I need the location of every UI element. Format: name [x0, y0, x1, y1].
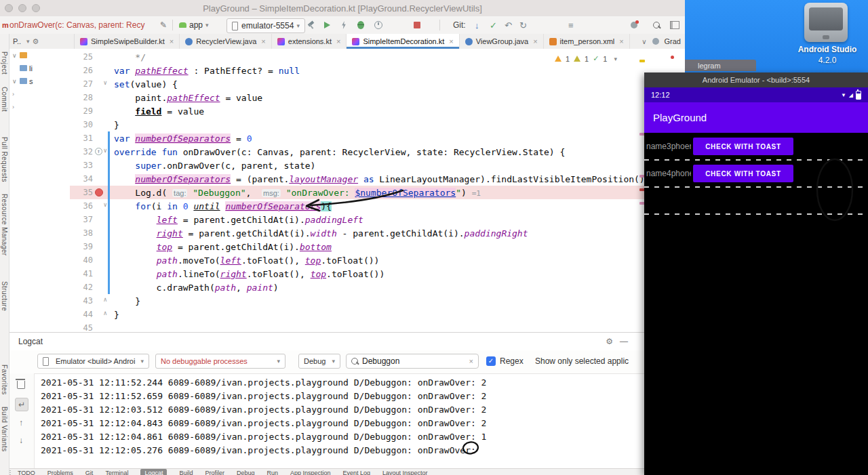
statusbar-item-todo[interactable]: TODO [18, 470, 35, 475]
fold-icon[interactable]: ∨ [104, 147, 107, 154]
line-number[interactable]: 27 [70, 79, 93, 89]
build-button[interactable] [307, 16, 315, 34]
tree-chevron-icon[interactable]: ∨ [12, 52, 18, 59]
gutter-icons[interactable] [93, 159, 108, 172]
toast-button[interactable]: CHECK WITH TOAST [693, 165, 793, 182]
gutter-icons[interactable] [93, 267, 108, 281]
logcat-device-selector[interactable]: Emulator <build> Androi ▾ [37, 354, 149, 369]
logcat-search-input[interactable]: Debuggon × [346, 354, 479, 369]
log-line[interactable]: 2021-05-31 12:11:52.659 6089-6089/ivan.p… [41, 391, 685, 405]
tab-overflow-icon[interactable]: ∨ [642, 38, 646, 45]
code-text[interactable]: var numberOfSeparators = 0 [110, 133, 252, 144]
line-number[interactable]: 43 [70, 296, 93, 306]
line-number[interactable]: 40 [70, 255, 93, 265]
tree-chevron-icon[interactable]: › [12, 104, 18, 110]
close-window-icon[interactable] [5, 4, 13, 12]
apply-changes-button[interactable] [341, 16, 347, 34]
statusbar-item-layout-inspector[interactable]: Layout Inspector [382, 470, 428, 475]
log-line[interactable]: 2021-05-31 12:11:52.244 6089-6089/ivan.p… [41, 377, 685, 391]
line-number[interactable]: 38 [70, 228, 93, 238]
statusbar-item-profiler[interactable]: Profiler [205, 470, 224, 475]
code-text[interactable]: super.onDrawOver(c, parent, state) [110, 161, 315, 171]
statusbar-item-app-inspection[interactable]: App Inspection [290, 470, 331, 475]
traffic-lights[interactable] [5, 4, 40, 12]
gutter-icons[interactable] [93, 131, 108, 145]
gutter-icons[interactable] [93, 240, 108, 253]
code-text[interactable]: left = parent.getChildAt(i).paddingLeft [110, 215, 363, 225]
gutter-icons[interactable] [93, 226, 108, 240]
layout-button[interactable] [670, 16, 679, 34]
git-update-button[interactable]: ↓ [475, 16, 479, 34]
log-line[interactable]: 2021-05-31 12:12:04.861 6089-6089/ivan.p… [41, 432, 685, 445]
git-history-button[interactable]: ↻ [519, 16, 527, 34]
gutter-icons[interactable] [93, 281, 108, 294]
gutter-icons[interactable] [93, 104, 108, 118]
tool-button-build-variants[interactable]: Build Variants [1, 407, 8, 452]
line-number[interactable]: 28 [70, 93, 93, 102]
line-number[interactable]: 41 [70, 269, 93, 278]
line-number[interactable]: 30 [70, 120, 93, 129]
tool-button-resource-manager[interactable]: Resource Manager [1, 194, 8, 255]
tool-button-commit[interactable]: Commit [1, 87, 8, 112]
fold-icon[interactable]: ∧ [104, 310, 107, 316]
line-number[interactable]: 36 [70, 201, 93, 211]
gutter-icons[interactable]: ∧ [93, 294, 108, 308]
statusbar-item-logcat[interactable]: Logcat [140, 469, 167, 475]
tab-ViewGroup.java[interactable]: ViewGroup.java× [460, 34, 544, 49]
line-number[interactable]: 45 [70, 323, 93, 332]
gutter-icons[interactable] [93, 91, 108, 104]
gear-icon[interactable]: ⚙ [606, 337, 613, 346]
project-panel-header[interactable]: P.. ▾ ⚙ [9, 34, 75, 49]
gutter-icons[interactable]: ∨ [93, 199, 108, 213]
device-file-explorer-icon[interactable]: ≡ [568, 16, 574, 34]
tree-chevron-icon[interactable]: ∨ [12, 78, 18, 85]
log-line[interactable]: 2021-05-31 12:12:04.843 6089-6089/ivan.p… [41, 418, 685, 432]
tab-item_person.xml[interactable]: item_person.xml× [544, 34, 630, 49]
log-output[interactable]: 2021-05-31 12:11:52.244 6089-6089/ivan.p… [34, 373, 685, 469]
line-number[interactable]: 29 [70, 106, 93, 116]
code-text[interactable]: */ [110, 52, 146, 62]
line-number[interactable]: 31 [70, 133, 93, 143]
line-number[interactable]: 37 [70, 215, 93, 224]
tab-extensions.kt[interactable]: extensions.kt× [272, 34, 347, 49]
minimize-panel-icon[interactable]: — [620, 337, 628, 346]
close-tab-icon[interactable]: × [170, 37, 174, 45]
statusbar-item-git[interactable]: Git [85, 470, 94, 475]
gutter-icons[interactable] [93, 172, 108, 186]
scroll-down-button[interactable]: ↓ [15, 434, 27, 447]
code-text[interactable]: field = value [110, 106, 204, 117]
tab-SimpleSwipeBuilder.kt[interactable]: SimpleSwipeBuilder.kt× [75, 34, 180, 49]
device-selector[interactable]: emulator-5554 ▾ [226, 18, 305, 33]
minimize-window-icon[interactable] [18, 4, 26, 12]
close-tab-icon[interactable]: × [533, 37, 537, 45]
zoom-window-icon[interactable] [32, 4, 40, 12]
close-tab-icon[interactable]: × [336, 37, 340, 45]
tree-item[interactable]: ∨s [9, 75, 70, 87]
code-text[interactable]: path.lineTo(right.toFloat(), top.toFloat… [110, 269, 384, 279]
tree-item[interactable]: › [9, 100, 70, 113]
gradle-tool-button[interactable]: Grad [665, 37, 681, 45]
line-number[interactable]: 25 [70, 52, 93, 62]
gutter-icons[interactable] [93, 213, 108, 226]
gear-icon[interactable]: ⚙ [33, 37, 39, 46]
git-commit-button[interactable]: ✓ [490, 16, 497, 34]
breakpoint-icon[interactable] [95, 188, 103, 197]
tool-button-pull-requests[interactable]: Pull Requests [1, 137, 8, 182]
tool-button-favorites[interactable]: Favorites [1, 365, 8, 395]
close-tab-icon[interactable]: × [619, 37, 623, 45]
tool-button-structure[interactable]: Structure [1, 281, 8, 311]
gutter-icons[interactable] [93, 321, 108, 332]
edit-configurations-icon[interactable]: ✎ [160, 16, 167, 34]
log-line[interactable]: 2021-05-31 12:12:03.512 6089-6089/ivan.p… [41, 405, 685, 418]
gutter-icons[interactable]: ↑∨ [93, 145, 108, 159]
notifications-button[interactable] [631, 16, 637, 34]
code-text[interactable]: numberOfSeparators = (parent.layoutManag… [110, 174, 645, 184]
run-button[interactable] [324, 16, 330, 34]
log-line[interactable]: 2021-05-31 12:12:05.276 6089-6089/ivan.p… [41, 445, 685, 459]
code-text[interactable]: set(value) { [110, 79, 178, 89]
soft-wrap-button[interactable]: ↵ [15, 398, 28, 411]
breadcrumb[interactable]: onDrawOver(c: Canvas, parent: Recy [9, 16, 144, 34]
code-text[interactable]: paint.pathEffect = value [110, 93, 262, 103]
toast-button[interactable]: CHECK WITH TOAST [693, 138, 793, 155]
clear-search-icon[interactable]: × [469, 357, 473, 365]
